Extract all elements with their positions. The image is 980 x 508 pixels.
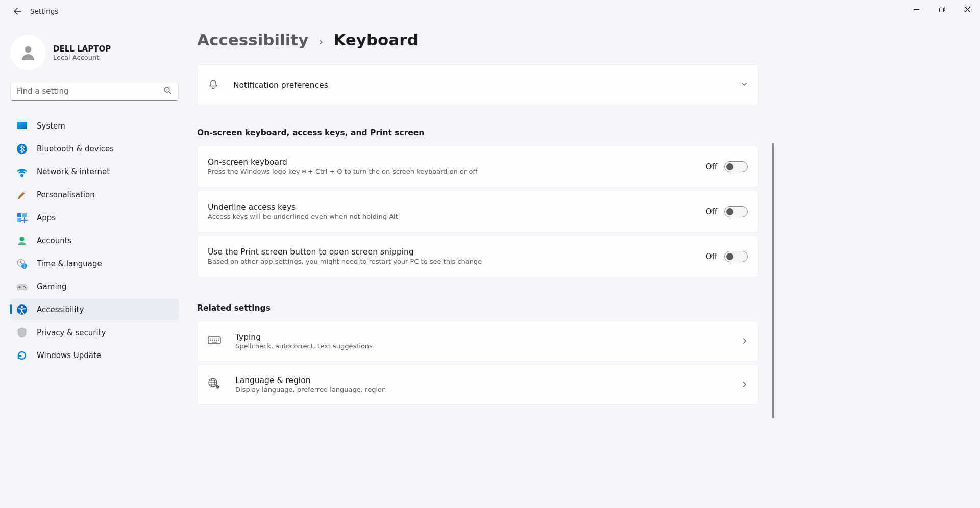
titlebar: Settings: [0, 0, 980, 22]
maximize-button[interactable]: [929, 0, 954, 18]
gamepad-icon: [16, 281, 28, 292]
sidebar: DELL LAPTOP Local Account System Bluetoo…: [0, 22, 189, 508]
windows-logo-icon: ⊞: [302, 168, 306, 175]
scrollbar[interactable]: [772, 143, 774, 508]
minimize-button[interactable]: [903, 0, 929, 18]
chevron-down-icon: [741, 80, 748, 90]
svg-point-27: [218, 340, 219, 341]
close-button[interactable]: [954, 0, 980, 18]
chevron-right-icon: ›: [318, 35, 323, 48]
shield-icon: [16, 327, 28, 338]
back-arrow-icon: [13, 7, 21, 15]
nav-label: Privacy & security: [37, 328, 106, 337]
nav-item-apps[interactable]: Apps: [10, 207, 179, 228]
account-name: DELL LAPTOP: [53, 44, 111, 54]
bell-icon: [208, 79, 219, 92]
svg-point-10: [20, 237, 24, 241]
toggle-print-screen-snipping: Use the Print screen button to open scre…: [197, 235, 758, 277]
svg-point-19: [212, 339, 213, 340]
toggle-title: Use the Print screen button to open scre…: [208, 247, 706, 257]
svg-rect-0: [939, 8, 943, 12]
svg-point-2: [164, 87, 169, 92]
clock-globe-icon: [16, 258, 28, 269]
toggle-title: On-screen keyboard: [208, 158, 706, 167]
nav-item-gaming[interactable]: Gaming: [10, 276, 179, 297]
toggle-switch[interactable]: [724, 161, 748, 172]
svg-point-26: [216, 340, 217, 341]
nav-item-network[interactable]: Network & internet: [10, 161, 179, 182]
search-icon: [163, 86, 172, 96]
main-content: Accessibility › Keyboard Notification pr…: [189, 22, 980, 508]
nav-item-bluetooth[interactable]: Bluetooth & devices: [10, 138, 179, 159]
section-header-onscreen: On-screen keyboard, access keys, and Pri…: [197, 128, 758, 137]
nav-label: Accessibility: [37, 305, 84, 314]
nav-item-time[interactable]: Time & language: [10, 253, 179, 274]
scrollbar-thumb[interactable]: [772, 143, 774, 418]
link-typing[interactable]: Typing Spellcheck, autocorrect, text sug…: [197, 321, 758, 362]
nav-label: System: [37, 121, 65, 131]
breadcrumb: Accessibility › Keyboard: [197, 31, 758, 49]
toggle-switch[interactable]: [724, 251, 748, 262]
svg-point-13: [23, 285, 25, 287]
svg-rect-4: [17, 122, 27, 129]
nav-item-accounts[interactable]: Accounts: [10, 230, 179, 251]
system-icon: [16, 120, 28, 132]
svg-point-21: [216, 339, 217, 340]
search-field[interactable]: [10, 82, 179, 101]
svg-point-18: [210, 339, 211, 340]
bluetooth-icon: [16, 143, 28, 155]
nav-list: System Bluetooth & devices Network & int…: [10, 115, 179, 366]
nav-label: Personalisation: [37, 190, 95, 199]
expander-title: Notification preferences: [233, 81, 328, 90]
section-header-related: Related settings: [197, 303, 758, 313]
notification-preferences-expander[interactable]: Notification preferences: [197, 64, 758, 106]
search-input[interactable]: [10, 82, 179, 101]
svg-rect-8: [22, 213, 27, 217]
toggle-title: Underline access keys: [208, 202, 706, 212]
nav-item-privacy[interactable]: Privacy & security: [10, 322, 179, 343]
nav-label: Gaming: [37, 282, 67, 291]
toggle-subtitle: Press the Windows logo key ⊞ + Ctrl + O …: [208, 168, 706, 175]
toggle-underline-access-keys: Underline access keys Access keys will b…: [197, 190, 758, 233]
breadcrumb-current: Keyboard: [333, 31, 419, 49]
accessibility-icon: [16, 304, 28, 315]
nav-item-accessibility[interactable]: Accessibility: [10, 299, 179, 320]
breadcrumb-parent[interactable]: Accessibility: [197, 31, 308, 49]
nav-item-system[interactable]: System: [10, 115, 179, 136]
keyboard-icon: [208, 335, 221, 347]
toggle-subtitle: Access keys will be underlined even when…: [208, 213, 706, 220]
link-title: Typing: [235, 333, 727, 342]
paintbrush-icon: [16, 189, 28, 200]
svg-rect-7: [17, 213, 21, 217]
link-subtitle: Spellcheck, autocorrect, text suggestion…: [235, 342, 727, 350]
minimize-icon: [914, 7, 919, 12]
link-title: Language & region: [235, 376, 727, 385]
apps-icon: [16, 212, 28, 223]
toggle-switch[interactable]: [724, 206, 748, 217]
back-button[interactable]: [10, 4, 25, 19]
svg-rect-28: [212, 342, 217, 343]
nav-item-update[interactable]: Windows Update: [10, 345, 179, 366]
link-language-region[interactable]: 文 Language & region Display language, pr…: [197, 364, 758, 405]
svg-point-23: [210, 340, 211, 341]
avatar: [10, 35, 46, 70]
close-icon: [965, 7, 970, 12]
chevron-right-icon: [741, 380, 748, 390]
nav-label: Apps: [37, 213, 56, 222]
svg-point-16: [21, 306, 23, 308]
toggle-state-label: Off: [706, 207, 717, 216]
nav-label: Time & language: [37, 259, 102, 268]
globe-language-icon: 文: [208, 377, 221, 392]
nav-label: Windows Update: [37, 351, 101, 360]
svg-point-25: [214, 340, 215, 341]
svg-rect-9: [17, 218, 21, 222]
nav-label: Network & internet: [37, 167, 110, 176]
toggle-onscreen-keyboard: On-screen keyboard Press the Windows log…: [197, 145, 758, 188]
chevron-right-icon: [741, 337, 748, 346]
account-block[interactable]: DELL LAPTOP Local Account: [10, 33, 179, 82]
wifi-icon: [16, 166, 28, 177]
svg-point-14: [24, 287, 26, 288]
nav-item-personalisation[interactable]: Personalisation: [10, 184, 179, 205]
svg-point-20: [214, 339, 215, 340]
svg-text:文: 文: [216, 385, 220, 390]
